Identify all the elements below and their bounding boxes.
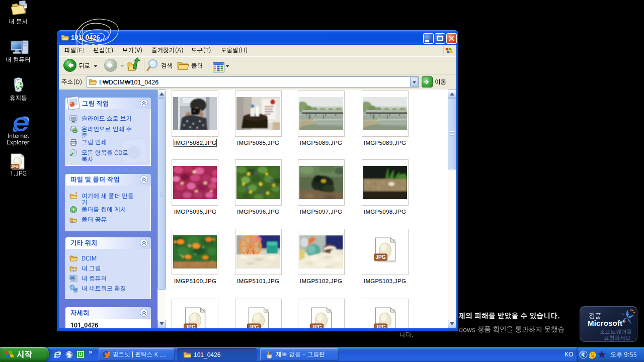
svg-text:JPG: JPG: [375, 324, 385, 328]
svg-text:JPG: JPG: [185, 324, 195, 328]
svg-text:JPG: JPG: [249, 324, 259, 328]
svg-text:JPG: JPG: [11, 164, 19, 169]
svg-text:JPG: JPG: [375, 254, 385, 260]
svg-text:JPG: JPG: [311, 324, 321, 328]
